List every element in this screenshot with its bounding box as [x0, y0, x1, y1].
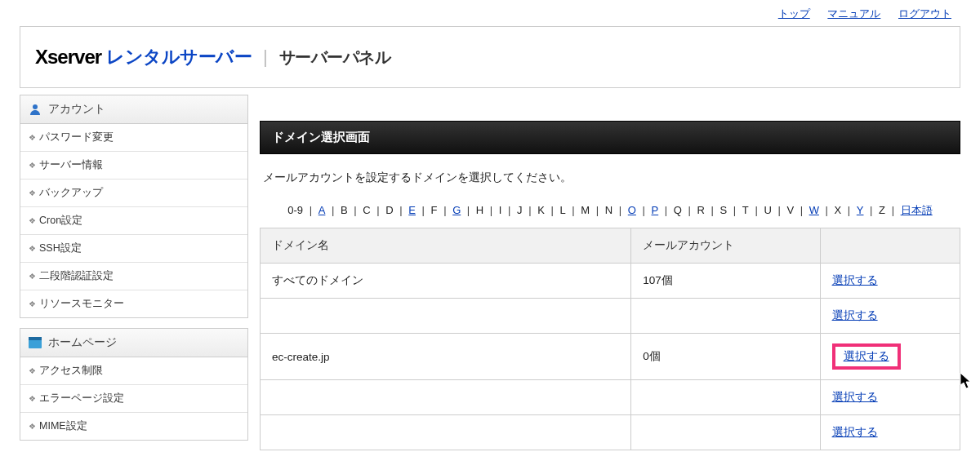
sidebar-account-item-4[interactable]: ❖SSH設定 [20, 234, 247, 262]
index-sep: | [775, 204, 784, 216]
index-R: R [697, 204, 705, 216]
cell-mail [631, 299, 820, 334]
sidebar-account-item-1[interactable]: ❖サーバー情報 [20, 151, 247, 179]
sidebar-account-item-5[interactable]: ❖二段階認証設定 [20, 262, 247, 290]
index-sep: | [730, 204, 739, 216]
index-G[interactable]: G [452, 204, 461, 216]
index-sep: | [306, 204, 315, 216]
bullet-icon: ❖ [29, 299, 34, 308]
header-bar: Xserver レンタルサーバー | サーバーパネル [20, 26, 960, 88]
index-sep: | [441, 204, 450, 216]
sidebar-account-item-2[interactable]: ❖バックアップ [20, 179, 247, 206]
bullet-icon: ❖ [29, 422, 34, 431]
index-sep: | [526, 204, 535, 216]
index-T: T [742, 204, 749, 216]
sidebar-homepage-item-2[interactable]: ❖MIME設定 [20, 412, 247, 440]
index-I: I [499, 204, 502, 216]
select-link[interactable]: 選択する [832, 274, 878, 286]
bullet-icon: ❖ [29, 394, 34, 403]
index-U: U [764, 204, 771, 216]
index-sep: | [616, 204, 625, 216]
sidebar-homepage-item-0[interactable]: ❖アクセス制限 [20, 357, 247, 384]
sidebar-account-item-label: Cron設定 [39, 214, 82, 228]
cell-action: 選択する [820, 334, 960, 380]
index-X: X [835, 204, 842, 216]
index-sep: | [374, 204, 383, 216]
table-row: ec-create.jp0個選択する [261, 334, 960, 380]
nav-manual[interactable]: マニュアル [827, 7, 880, 20]
sidebar-homepage-item-label: アクセス制限 [39, 364, 103, 378]
index-N: N [605, 204, 612, 216]
sidebar-section-homepage-label: ホームページ [48, 335, 117, 350]
logo-separator: | [263, 47, 268, 68]
bullet-icon: ❖ [29, 188, 34, 197]
bullet-icon: ❖ [29, 244, 34, 253]
sidebar-account-item-0[interactable]: ❖パスワード変更 [20, 124, 247, 151]
sidebar-account-item-3[interactable]: ❖Cron設定 [20, 206, 247, 234]
bullet-icon: ❖ [29, 366, 34, 375]
index-sep: | [662, 204, 670, 216]
sidebar-account-item-label: 二段階認証設定 [39, 269, 114, 283]
main-content: ドメイン選択画面 メールアカウントを設定するドメインを選択してください。 0-9… [260, 95, 960, 450]
index-A[interactable]: A [318, 204, 326, 216]
index-sep: | [593, 204, 602, 216]
bullet-icon: ❖ [29, 133, 34, 142]
logo-brand: Xserver [35, 46, 101, 69]
nav-logout[interactable]: ログアウト [898, 7, 951, 20]
index-V: V [786, 204, 794, 216]
nav-top[interactable]: トップ [778, 7, 810, 20]
sidebar: アカウント ❖パスワード変更❖サーバー情報❖バックアップ❖Cron設定❖SSH設… [20, 95, 248, 450]
th-mail: メールアカウント [631, 228, 820, 264]
th-action [820, 228, 960, 264]
index-sep: | [569, 204, 578, 216]
table-row: 選択する [261, 380, 960, 415]
cell-domain: すべてのドメイン [261, 264, 631, 299]
sidebar-account-item-6[interactable]: ❖リソースモニター [20, 290, 247, 317]
cell-mail [631, 415, 820, 450]
select-link[interactable]: 選択する [832, 309, 878, 321]
index-jp[interactable]: 日本語 [901, 204, 933, 216]
logo-rental: レンタルサーバー [106, 45, 252, 69]
index-P[interactable]: P [652, 204, 659, 216]
alpha-index: 0-9 | A | B | C | D | E | F | G | H | I … [260, 200, 960, 228]
cell-domain [261, 415, 631, 450]
th-domain: ドメイン名 [261, 228, 631, 264]
select-link[interactable]: 選択する [832, 391, 878, 403]
bullet-icon: ❖ [29, 272, 34, 281]
index-sep: | [548, 204, 557, 216]
cell-mail [631, 380, 820, 415]
index-sep: | [708, 204, 717, 216]
top-nav: トップ マニュアル ログアウト [764, 7, 951, 21]
index-W[interactable]: W [809, 204, 819, 216]
table-row: 選択する [261, 415, 960, 450]
index-sep: | [464, 204, 473, 216]
index-E[interactable]: E [408, 204, 416, 216]
index-K: K [537, 204, 545, 216]
sidebar-homepage-item-1[interactable]: ❖エラーページ設定 [20, 384, 247, 412]
index-sep: | [639, 204, 648, 216]
index-Y[interactable]: Y [857, 204, 864, 216]
cell-mail: 0個 [631, 334, 820, 380]
select-link[interactable]: 選択する [844, 350, 889, 362]
index-S: S [720, 204, 728, 216]
cell-domain: ec-create.jp [261, 334, 631, 380]
sidebar-section-account-label: アカウント [48, 102, 105, 117]
bullet-icon: ❖ [29, 216, 34, 225]
window-icon [29, 337, 42, 348]
index-O[interactable]: O [628, 204, 636, 216]
sidebar-account-item-label: SSH設定 [39, 242, 82, 255]
index-sep: | [351, 204, 360, 216]
index-sep: | [844, 204, 853, 216]
index-L: L [559, 204, 565, 216]
sidebar-account-item-label: バックアップ [39, 186, 103, 200]
index-sep: | [419, 204, 428, 216]
index-sep: | [797, 204, 806, 216]
table-row: すべてのドメイン107個選択する [261, 264, 960, 299]
index-sep: | [487, 204, 496, 216]
index-C: C [363, 204, 370, 216]
cell-action: 選択する [820, 415, 960, 450]
index-M: M [581, 204, 590, 216]
sidebar-account-item-label: パスワード変更 [39, 131, 114, 144]
bullet-icon: ❖ [29, 161, 34, 170]
select-link[interactable]: 選択する [832, 426, 878, 438]
